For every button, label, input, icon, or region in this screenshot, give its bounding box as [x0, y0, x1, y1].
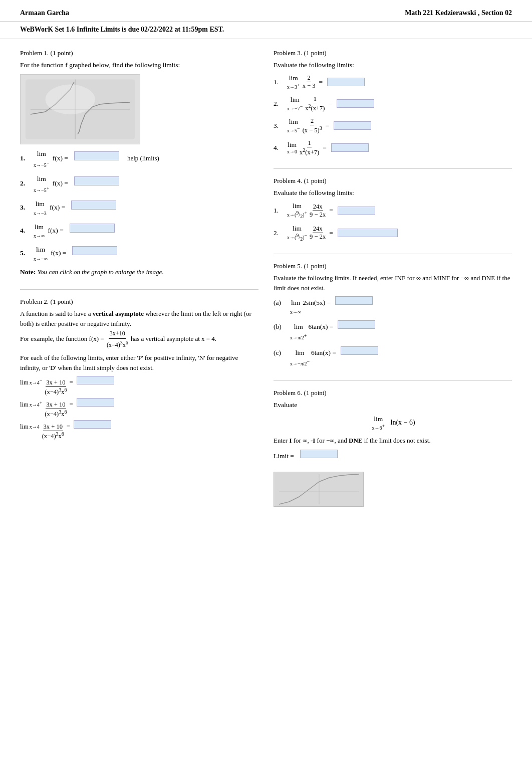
p3-answer-1[interactable]: [327, 78, 365, 86]
problem-2-instruction: For each of the following limits, enter …: [20, 353, 258, 373]
p3-limit-4: 4. lim x→0 1 x2(x+7) =: [274, 139, 512, 156]
problem-4-title: Problem 4. (1 point): [274, 177, 512, 185]
limit-4: 4. lim x→∞ f(x) =: [20, 222, 258, 241]
p2-answer-1[interactable]: [77, 376, 114, 384]
problem-5-title: Problem 5. (1 point): [274, 262, 512, 270]
student-name: Armaan Garcha: [20, 9, 69, 17]
p3-limit-2: 2. lim x→−7− 1 x2(x+7) =: [274, 95, 512, 112]
p2-answer-2[interactable]: [77, 398, 114, 407]
problem-4-block: Problem 4. (1 point) Evaluate the follow…: [274, 177, 512, 242]
graph-image[interactable]: [20, 74, 140, 144]
svg-rect-5: [274, 472, 363, 507]
header: Armaan Garcha Math 221 Kedzierawski , Se…: [0, 0, 532, 22]
answer-2[interactable]: [74, 176, 119, 185]
problem-1-block: Problem 1. (1 point) For the function f …: [20, 49, 258, 277]
p3-answer-3[interactable]: [334, 121, 371, 130]
p4-answer-1[interactable]: [338, 207, 375, 215]
divider-4: [274, 380, 512, 381]
p2-limit-3: lim x→4 3x + 10 (x−4)3x6 =: [20, 420, 258, 440]
divider-3: [274, 254, 512, 254]
course-info: Math 221 Kedzierawski , Section 02: [405, 9, 512, 17]
right-column: Problem 3. (1 point) Evaluate the follow…: [274, 49, 512, 519]
p6-graph-svg: [274, 472, 363, 507]
help-link[interactable]: help (limits): [127, 153, 159, 164]
problem-3-block: Problem 3. (1 point) Evaluate the follow…: [274, 49, 512, 156]
p6-expr: lim x→6+ ln(x − 6): [274, 415, 512, 431]
problem-6-header: Evaluate: [274, 400, 512, 410]
p5-limit-b: (b) lim x→π/2+ 6tan(x) =: [274, 320, 512, 342]
main-content: Problem 1. (1 point) For the function f …: [0, 39, 532, 529]
problem-1-title: Problem 1. (1 point): [20, 49, 258, 57]
p6-answer[interactable]: [300, 450, 338, 458]
problem-6-title: Problem 6. (1 point): [274, 389, 512, 397]
problem-1-description: For the function f graphed below, find t…: [20, 60, 258, 70]
limit-1: 1. lim x→−5− f(x) = help (limits): [20, 148, 258, 169]
problem-2-block: Problem 2. (1 point) A function is said …: [20, 298, 258, 440]
p4-answer-2[interactable]: [338, 229, 398, 237]
answer-4[interactable]: [70, 224, 115, 233]
page: Armaan Garcha Math 221 Kedzierawski , Se…: [0, 0, 532, 780]
left-column: Problem 1. (1 point) For the function f …: [20, 49, 258, 519]
problem-3-description: Evaluate the following limits:: [274, 60, 512, 70]
answer-3[interactable]: [71, 201, 116, 210]
problem-1-note: Note: You can click on the graph to enla…: [20, 267, 258, 277]
p5-limit-a: (a) lim x→∞ 2sin(5x) =: [274, 296, 512, 316]
problem-5-description: Evaluate the following limits. If needed…: [274, 273, 512, 293]
problem-2-description: A function is said to have a vertical as…: [20, 309, 258, 349]
p2-limit-2: lim x→4+ 3x + 10 (x−4)3x6 =: [20, 398, 258, 418]
p3-limit-1: 1. lim x→3+ 2 x − 3 =: [274, 74, 512, 90]
due-line: WeBWorK Set 1.6 Infinite Limits is due 0…: [0, 22, 532, 39]
p6-instruction: Enter I for ∞, -I for −∞, and DNE if the…: [274, 436, 512, 446]
p5-answer-a[interactable]: [335, 296, 373, 305]
limit-2: 2. lim x→−5+ f(x) =: [20, 173, 258, 194]
divider-2: [274, 168, 512, 169]
problem-2-title: Problem 2. (1 point): [20, 298, 258, 306]
answer-5[interactable]: [72, 246, 117, 255]
p5-answer-b[interactable]: [338, 320, 375, 329]
svg-point-4: [46, 85, 95, 114]
p5-limit-c: (c) lim x→−π/2− 6tan(x) =: [274, 346, 512, 368]
p4-limit-1: 1. lim x→(9/2)+ 24x 9 − 2x =: [274, 202, 512, 219]
limit-5: 5. lim x→−∞ f(x) =: [20, 244, 258, 263]
problem-5-block: Problem 5. (1 point) Evaluate the follow…: [274, 262, 512, 368]
p6-graph: [274, 472, 512, 507]
p2-answer-3[interactable]: [74, 420, 111, 429]
limit-3: 3. lim x→−3 f(x) =: [20, 199, 258, 218]
answer-1[interactable]: [74, 151, 119, 160]
problem-4-description: Evaluate the following limits:: [274, 188, 512, 198]
p3-answer-2[interactable]: [337, 99, 374, 108]
p3-limit-3: 3. lim x→5− 2 (x − 5)3 =: [274, 117, 512, 134]
p4-limit-2: 2. lim x→(9/2)− 24x 9 − 2x =: [274, 225, 512, 242]
problem-3-title: Problem 3. (1 point): [274, 49, 512, 57]
p3-answer-4[interactable]: [331, 143, 369, 152]
problem-6-block: Problem 6. (1 point) Evaluate lim x→6+ l…: [274, 389, 512, 507]
p2-limit-1: lim x→4− 3x + 10 (x−4)3x6 =: [20, 376, 258, 396]
graph-svg: [21, 74, 140, 144]
p6-limit-result: Limit =: [274, 450, 512, 462]
p6-limit-label: Limit =: [274, 451, 294, 462]
divider-1: [20, 289, 258, 290]
p5-answer-c[interactable]: [341, 346, 378, 355]
